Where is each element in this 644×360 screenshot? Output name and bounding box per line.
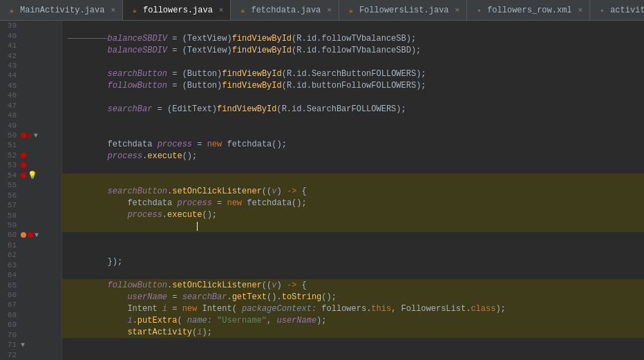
gutter-53: 53 <box>0 160 61 170</box>
tab-bar: ☕ MainActivity.java × ☕ followers.java ×… <box>0 0 644 21</box>
code-line-45 <box>62 91 644 103</box>
java-icon-3: ☕ <box>238 6 247 15</box>
dot-red-53 <box>21 162 26 168</box>
code-content: balanceSBDIV = (TextView)findViewById(R.… <box>62 21 644 360</box>
gutter-48: 48 <box>0 111 61 120</box>
tab-activity-followers-xml[interactable]: ✦ activity_followers.xml × <box>590 0 644 21</box>
tab-followers-row-xml[interactable]: ✦ followers_row.xml × <box>467 0 590 21</box>
code-line-48 <box>62 126 644 138</box>
gutter-55: 55 <box>0 180 61 190</box>
gutter-40: 40 <box>0 30 61 40</box>
gutter-43: 43 <box>0 61 61 70</box>
tab-followerslist[interactable]: ☕ FollowersList.java × <box>339 0 467 21</box>
fold-60[interactable]: ▼ <box>35 231 39 239</box>
tab-fetchdata[interactable]: ☕ fetchdata.java × <box>231 0 339 21</box>
gutter-50: 50 ⊠ ▼ <box>0 131 61 140</box>
gutter-69: 69 <box>0 320 61 330</box>
java-icon-2: ☕ <box>130 6 140 15</box>
code-line-61: followButton.setOnClickListener((v) -> { <box>62 279 644 291</box>
xml-icon: ✦ <box>474 6 484 15</box>
tab-close-row-xml[interactable]: × <box>578 6 583 15</box>
breakpoint-50[interactable] <box>21 133 26 138</box>
code-line-49: fetchdata process = new fetchdata(); <box>62 138 644 150</box>
debug-icon-50: ⊠ <box>28 131 32 140</box>
gutter-41: 41 <box>0 41 61 50</box>
code-line-44: followButton = (Button)findViewById(R.id… <box>62 79 644 91</box>
gutter-61: 61 <box>0 240 61 250</box>
code-line-43: searchButton = (Button)findViewById(R.id… <box>62 68 644 79</box>
gutter-60: 60 ▼ <box>0 230 61 240</box>
code-line-58 <box>62 244 644 256</box>
code-line-40: balanceSBDIV = (TextView)findViewById(R.… <box>62 32 644 44</box>
code-line-60 <box>62 267 644 279</box>
dot-red-52 <box>21 153 26 158</box>
code-line-56 <box>62 220 644 232</box>
code-line-52 <box>62 173 644 185</box>
code-line-65: startActivity(i); <box>62 326 644 338</box>
gutter-72: 72 <box>0 350 61 359</box>
tab-close-followerslist[interactable]: × <box>455 6 460 15</box>
gutter-71: 71 ▼ <box>0 340 61 350</box>
java-icon-4: ☕ <box>346 6 356 15</box>
code-line-67 <box>62 350 644 360</box>
tab-followers[interactable]: ☕ followers.java × <box>123 0 231 21</box>
gutter-44: 44 <box>0 70 61 80</box>
tab-close-followers[interactable]: × <box>219 6 224 15</box>
fold-71[interactable]: ▼ <box>21 341 25 349</box>
line-gutter: 39 40 41 42 43 44 45 46 <box>0 21 62 360</box>
gutter-54: 54 💡 <box>0 171 61 180</box>
code-line-63: Intent i = new Intent( packageContext: f… <box>62 303 644 314</box>
gutter-68: 68 <box>0 310 61 320</box>
code-line-57 <box>62 232 644 244</box>
gutter-45: 45 <box>0 81 61 91</box>
gutter-42: 42 <box>0 50 61 60</box>
dot-orange-60 <box>21 232 26 238</box>
gutter-39: 39 <box>0 21 61 30</box>
fold-50[interactable]: ▼ <box>34 132 38 140</box>
code-line-62: userName = searchBar.getText().toString(… <box>62 291 644 303</box>
gutter-56: 56 <box>0 190 61 200</box>
gutter-70: 70 <box>0 330 61 340</box>
code-line-66 <box>62 338 644 350</box>
code-line-39 <box>62 21 644 32</box>
gutter-66: 66 <box>0 290 61 300</box>
tab-close-fetchdata[interactable]: × <box>327 6 332 15</box>
tab-close-main[interactable]: × <box>111 6 115 15</box>
gutter-58: 58 <box>0 210 61 220</box>
gutter-62: 62 <box>0 250 61 260</box>
code-line-47 <box>62 115 644 126</box>
code-line-55: process.execute(); <box>62 209 644 220</box>
gutter-65: 65 <box>0 280 61 290</box>
code-line-42 <box>62 56 644 68</box>
code-line-59: }); <box>62 256 644 267</box>
code-editor[interactable]: balanceSBDIV = (TextView)findViewById(R.… <box>62 21 644 360</box>
gutter-59: 59 <box>0 220 61 230</box>
java-icon: ☕ <box>7 6 17 15</box>
gutter-52: 52 <box>0 151 61 160</box>
tab-mainactivity[interactable]: ☕ MainActivity.java × <box>0 0 123 21</box>
gutter-47: 47 <box>0 101 61 111</box>
bulb-icon-54[interactable]: 💡 <box>28 171 37 180</box>
editor: 39 40 41 42 43 44 45 46 <box>0 21 644 360</box>
dot-red-54 <box>21 173 26 178</box>
gutter-46: 46 <box>0 91 61 100</box>
xml-icon-2: ✦ <box>597 6 607 15</box>
code-line-54: fetchdata process = new fetchdata(); <box>62 197 644 209</box>
gutter-49: 49 <box>0 120 61 130</box>
gutter-57: 57 <box>0 200 61 210</box>
gutter-67: 67 <box>0 300 61 310</box>
code-line-41: balanceSBDIV = (TextView)findViewById(R.… <box>62 44 644 56</box>
gutter-64: 64 <box>0 270 61 280</box>
code-line-51 <box>62 162 644 173</box>
code-line-46: searchBar = (EditText)findViewById(R.id.… <box>62 103 644 115</box>
code-line-50: process.execute(); <box>62 150 644 162</box>
dot-red-60 <box>28 232 33 238</box>
gutter-51: 51 <box>0 140 61 150</box>
code-line-53: searchButton.setOnClickListener((v) -> { <box>62 185 644 197</box>
gutter-63: 63 <box>0 260 61 270</box>
code-line-64: i.putExtra( name: "Username", userName); <box>62 314 644 326</box>
